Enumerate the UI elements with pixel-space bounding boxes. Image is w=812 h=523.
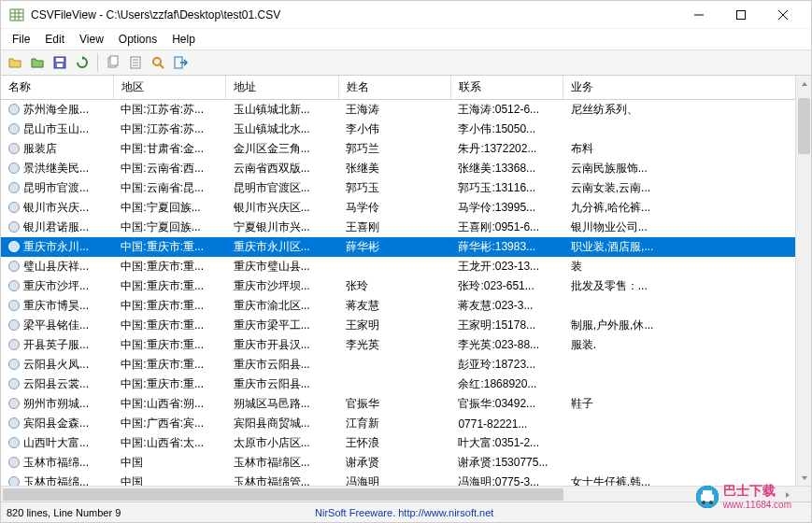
cell-name: 开县英子服... <box>1 335 113 355</box>
cell-biz <box>563 375 811 394</box>
table-row[interactable]: 云阳县云裳...中国:重庆市:重...重庆市云阳县...余红:1868920..… <box>1 375 811 394</box>
table-row[interactable]: 重庆市永川...中国:重庆市:重...重庆市永川区...薛华彬薛华彬:13983… <box>1 237 811 257</box>
table-row[interactable]: 梁平县铭佳...中国:重庆市:重...重庆市梁平工...王家明王家明:15178… <box>1 316 811 335</box>
table-row[interactable]: 朔州市朔城...中国:山西省:朔...朔城区马邑路...官振华官振华:03492… <box>1 394 811 414</box>
scroll-thumb[interactable] <box>798 98 810 154</box>
table-row[interactable]: 玉林市福绵...中国玉林市福绵区...谢承贤谢承贤:1530775... <box>1 453 811 473</box>
cell-region: 中国:重庆市:重... <box>113 276 225 296</box>
column-fullname[interactable]: 姓名 <box>338 76 450 100</box>
table-row[interactable]: 服装店中国:甘肃省:金...金川区金三角...郭巧兰朱丹:1372202...布… <box>1 139 811 159</box>
cell-biz <box>563 414 811 433</box>
column-contact[interactable]: 联系 <box>450 76 563 100</box>
status-left: 820 lines, Line Number 9 <box>7 507 315 518</box>
refresh-icon[interactable] <box>72 52 93 73</box>
cell-contact: 王龙开:023-13... <box>450 257 563 276</box>
menu-view[interactable]: View <box>72 31 111 48</box>
column-biz[interactable]: 业务 <box>563 76 811 100</box>
find-icon[interactable] <box>148 52 168 73</box>
menu-file[interactable]: File <box>5 31 37 48</box>
scroll-down-arrow-icon[interactable] <box>796 470 811 486</box>
cell-region: 中国:甘肃省:金... <box>113 139 225 159</box>
maximize-button[interactable] <box>719 2 762 28</box>
status-link[interactable]: NirSoft Freeware. http://www.nirsoft.net <box>315 507 493 518</box>
cell-name: 重庆市永川... <box>1 237 113 257</box>
column-region[interactable]: 地区 <box>113 76 225 100</box>
scroll-right-arrow-icon[interactable] <box>779 487 795 502</box>
exit-icon[interactable] <box>170 52 191 73</box>
close-button[interactable] <box>762 2 804 28</box>
cell-addr: 重庆市永川区... <box>226 237 338 257</box>
cell-addr: 重庆市璧山县... <box>226 257 338 276</box>
table-row[interactable]: 宾阳县金森...中国:广西省:宾...宾阳县商贸城...江育新0771-8222… <box>1 414 811 433</box>
cell-biz: 云南民族服饰... <box>563 159 811 178</box>
table-row[interactable]: 重庆市博昊...中国:重庆市:重...重庆市渝北区...蒋友慧蒋友慧:023-3… <box>1 296 811 316</box>
table-row[interactable]: 山西叶大富...中国:山西省:太...太原市小店区...王怀浪叶大富:0351-… <box>1 433 811 453</box>
table-header-row: 名称 地区 地址 姓名 联系 业务 <box>1 76 811 100</box>
horizontal-scrollbar[interactable] <box>1 486 811 502</box>
table-container[interactable]: 名称 地区 地址 姓名 联系 业务 苏州海全服...中国:江苏省:苏...玉山镇… <box>1 76 811 486</box>
cell-region: 中国:山西省:朔... <box>113 394 225 414</box>
cell-name: 昆山市玉山... <box>1 120 113 139</box>
cell-name: 宾阳县金森... <box>1 414 113 433</box>
cell-addr: 重庆市云阳县... <box>226 355 338 375</box>
properties-icon[interactable] <box>125 52 146 73</box>
cell-region: 中国 <box>113 453 225 473</box>
cell-biz: 鞋子 <box>563 394 811 414</box>
cell-name: 梁平县铭佳... <box>1 316 113 335</box>
copy-icon[interactable] <box>103 52 123 73</box>
cell-biz: 制服,户外服,休... <box>563 316 811 335</box>
svg-rect-10 <box>56 58 64 62</box>
cell-fullname: 王家明 <box>338 316 450 335</box>
cell-fullname: 冯海明 <box>338 473 450 486</box>
table-row[interactable]: 玉林市福绵...中国玉林市福绵管...冯海明冯海明:0775-3...女士牛仔裤… <box>1 473 811 486</box>
vertical-scrollbar[interactable] <box>795 76 811 486</box>
menu-options[interactable]: Options <box>111 31 164 48</box>
cell-region: 中国:重庆市:重... <box>113 335 225 355</box>
scroll-up-arrow-icon[interactable] <box>796 76 811 92</box>
minimize-button[interactable] <box>677 2 719 28</box>
svg-point-18 <box>153 58 161 65</box>
cell-addr: 重庆市梁平工... <box>226 316 338 335</box>
table-row[interactable]: 云阳县火凤...中国:重庆市:重...重庆市云阳县...彭亚玲:18723... <box>1 355 811 375</box>
menu-edit[interactable]: Edit <box>37 31 72 48</box>
table-row[interactable]: 昆山市玉山...中国:江苏省:苏...玉山镇城北水...李小伟李小伟:15050… <box>1 120 811 139</box>
cell-addr: 重庆市开县汉... <box>226 335 338 355</box>
cell-biz: 服装. <box>563 335 811 355</box>
cell-name: 玉林市福绵... <box>1 453 113 473</box>
cell-contact: 余红:1868920... <box>450 375 563 394</box>
svg-line-19 <box>160 64 164 68</box>
cell-addr: 金川区金三角... <box>226 139 338 159</box>
table-row[interactable]: 景洪继美民...中国:云南省:西...云南省西双版...张继美张继美:13368… <box>1 159 811 178</box>
cell-fullname: 王怀浪 <box>338 433 450 453</box>
cell-fullname: 谢承贤 <box>338 453 450 473</box>
row-bullet-icon <box>8 319 20 331</box>
column-addr[interactable]: 地址 <box>226 76 338 100</box>
cell-addr: 宁夏银川市兴... <box>226 218 338 237</box>
cell-biz: 装 <box>563 257 811 276</box>
table-row[interactable]: 重庆市沙坪...中国:重庆市:重...重庆市沙坪坝...张玲张玲:023-651… <box>1 276 811 296</box>
table-row[interactable]: 苏州海全服...中国:江苏省:苏...玉山镇城北新...王海涛王海涛:0512-… <box>1 100 811 120</box>
table-row[interactable]: 开县英子服...中国:重庆市:重...重庆市开县汉...李光英李光英:023-8… <box>1 335 811 355</box>
save-icon[interactable] <box>50 52 70 73</box>
open-clipboard-icon[interactable] <box>27 52 48 73</box>
statusbar: 820 lines, Line Number 9 NirSoft Freewar… <box>1 502 811 522</box>
cell-name: 山西叶大富... <box>1 433 113 453</box>
open-file-icon[interactable] <box>5 52 25 73</box>
window-controls <box>677 2 804 28</box>
cell-biz <box>563 355 811 375</box>
row-bullet-icon <box>8 378 20 389</box>
table-row[interactable]: 昆明市官渡...中国:云南省:昆...昆明市官渡区...郭巧玉郭巧玉:13116… <box>1 178 811 198</box>
cell-region: 中国:江苏省:苏... <box>113 100 225 120</box>
table-row[interactable]: 银川市兴庆...中国:宁夏回族...银川市兴庆区...马学伶马学伶:13995.… <box>1 198 811 218</box>
table-row[interactable]: 银川君诺服...中国:宁夏回族...宁夏银川市兴...王喜刚王喜刚:0951-6… <box>1 218 811 237</box>
column-name[interactable]: 名称 <box>1 76 113 100</box>
menu-help[interactable]: Help <box>164 31 203 48</box>
row-bullet-icon <box>8 104 20 115</box>
cell-region: 中国:重庆市:重... <box>113 375 225 394</box>
table-row[interactable]: 璧山县庆祥...中国:重庆市:重...重庆市璧山县...王龙开:023-13..… <box>1 257 811 276</box>
cell-name: 云阳县火凤... <box>1 355 113 375</box>
scroll-thumb-h[interactable] <box>3 488 563 501</box>
cell-contact: 官振华:03492... <box>450 394 563 414</box>
cell-addr: 朔城区马邑路... <box>226 394 338 414</box>
cell-biz <box>563 296 811 316</box>
